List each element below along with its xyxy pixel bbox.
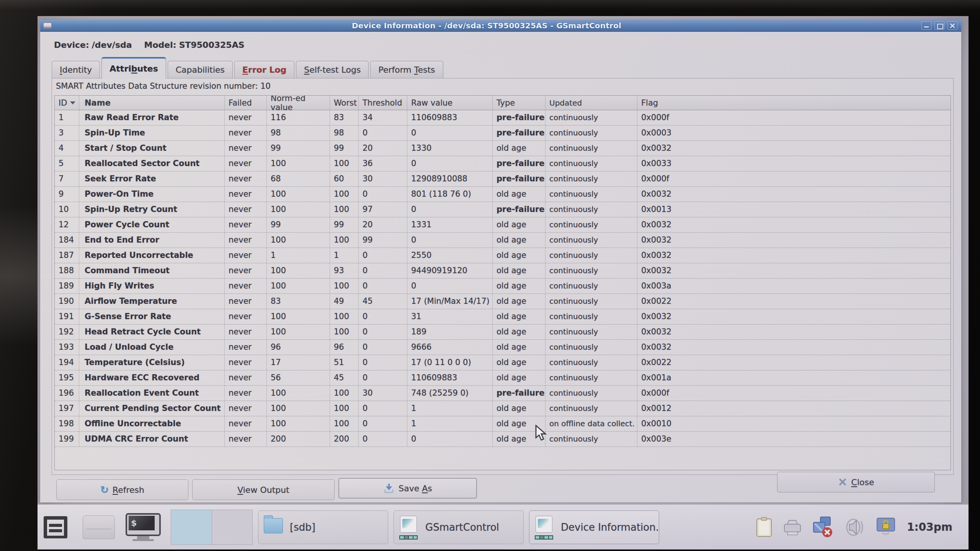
table-row[interactable]: 193Load / Unload Cyclenever969609666old … xyxy=(55,340,951,355)
window-controls xyxy=(921,21,957,30)
column-header-updated[interactable]: Updated xyxy=(546,96,637,110)
cell-type: old age xyxy=(493,370,546,385)
terminal-launcher[interactable]: $ xyxy=(126,513,161,541)
cell-worst: 200 xyxy=(330,432,359,447)
table-row[interactable]: 10Spin-Up Retry Countnever100100970pre-f… xyxy=(55,202,951,217)
table-row[interactable]: 191G-Sense Error Ratenever100100031old a… xyxy=(55,309,951,324)
cell-threshold: 0 xyxy=(359,401,407,416)
cell-threshold: 30 xyxy=(359,386,407,401)
cell-name: High Fly Writes xyxy=(79,279,225,293)
cell-raw: 110609883 xyxy=(407,370,493,385)
cell-id: 4 xyxy=(55,141,79,156)
table-row[interactable]: 9Power-On Timenever1001000801 (118 76 0)… xyxy=(55,187,951,202)
tab-error-log[interactable]: Error Log xyxy=(234,61,294,78)
table-row[interactable]: 4Start / Stop Countnever9999201330old ag… xyxy=(55,141,951,156)
table-row[interactable]: 197Current Pending Sector Countnever1001… xyxy=(55,401,951,416)
workspace-2[interactable] xyxy=(212,510,252,544)
workspace-1[interactable] xyxy=(171,510,212,544)
table-row[interactable]: 7Seek Error Ratenever68603012908910088pr… xyxy=(55,171,951,187)
table-row[interactable]: 192Head Retract Cycle Countnever10010001… xyxy=(55,324,951,340)
minimize-button[interactable] xyxy=(921,21,931,30)
table-row[interactable]: 187Reported Uncorrectablenever1102550old… xyxy=(55,248,951,263)
tab-perform-tests[interactable]: Perform Tests xyxy=(370,61,443,78)
cell-flag: 0x0032 xyxy=(637,340,951,355)
network-offline-icon[interactable] xyxy=(812,516,835,538)
cell-normed: 200 xyxy=(267,432,330,447)
cell-updated: continuously xyxy=(546,217,637,232)
cell-normed: 68 xyxy=(267,171,330,186)
task-button-device-information[interactable]: Device Information... xyxy=(529,510,659,544)
column-header-name[interactable]: Name xyxy=(79,96,225,110)
task-button-sdb[interactable]: [sdb] xyxy=(258,510,388,544)
cell-flag: 0x0032 xyxy=(637,217,951,232)
cell-id: 198 xyxy=(55,416,79,431)
hard-drive-icon[interactable] xyxy=(83,515,115,539)
cell-threshold: 99 xyxy=(359,233,407,248)
tab-capabilities[interactable]: Capabilities xyxy=(168,61,233,78)
cell-normed: 100 xyxy=(267,233,330,248)
clipboard-icon[interactable] xyxy=(755,517,773,538)
cell-threshold: 0 xyxy=(359,432,407,447)
column-header-raw-value[interactable]: Raw value xyxy=(407,96,493,110)
cell-type: old age xyxy=(493,279,546,293)
tab-attributes[interactable]: Attributes xyxy=(101,57,166,78)
tab-self-test-logs[interactable]: Self-test Logs xyxy=(296,61,369,78)
column-header-id[interactable]: ID xyxy=(55,96,79,110)
task-button-gsmartcontrol[interactable]: GSmartControl xyxy=(394,510,524,544)
table-row[interactable]: 194Temperature (Celsius)never1751017 (0 … xyxy=(55,355,951,370)
cell-id: 10 xyxy=(55,202,79,217)
cell-threshold: 97 xyxy=(359,202,407,217)
cell-normed: 99 xyxy=(267,217,330,232)
printer-icon[interactable] xyxy=(782,518,803,536)
cell-id: 195 xyxy=(55,370,79,385)
table-row[interactable]: 1Raw Read Error Ratenever116833411060988… xyxy=(55,110,951,126)
cell-flag: 0x0032 xyxy=(637,324,951,339)
table-row[interactable]: 195Hardware ECC Recoverednever5645011060… xyxy=(55,370,951,386)
table-row[interactable]: 184End to End Errornever100100990old age… xyxy=(55,233,951,248)
model-value: ST9500325AS xyxy=(179,40,245,50)
cell-flag: 0x0032 xyxy=(637,141,951,156)
cell-type: pre-failure xyxy=(493,171,546,186)
table-row[interactable]: 188Command Timeoutnever10093094490919120… xyxy=(55,263,951,279)
cell-id: 196 xyxy=(55,386,79,401)
table-row[interactable]: 196Reallocation Event Countnever10010030… xyxy=(55,386,951,401)
tab-identity[interactable]: Identity xyxy=(52,61,100,78)
table-row[interactable]: 5Reallocated Sector Countnever100100360p… xyxy=(55,156,951,171)
cell-worst: 100 xyxy=(330,309,359,324)
titlebar[interactable]: Device Information - /dev/sda: ST9500325… xyxy=(40,20,961,32)
table-row[interactable]: 190Airflow Temperaturenever83494517 (Min… xyxy=(55,294,951,309)
table-row[interactable]: 12Power Cycle Countnever9999201331old ag… xyxy=(55,217,951,233)
device-label: Device: xyxy=(54,40,89,50)
cell-type: old age xyxy=(493,324,546,339)
menu-icon xyxy=(44,516,67,538)
save-as-button[interactable]: Save As xyxy=(338,478,477,499)
column-header-flag[interactable]: Flag xyxy=(637,96,951,110)
table-row[interactable]: 199UDMA CRC Error Countnever20020000old … xyxy=(55,432,951,447)
table-row[interactable]: 3Spin-Up Timenever989800pre-failureconti… xyxy=(55,126,951,141)
view-output-button[interactable]: View Output xyxy=(192,479,335,500)
cell-threshold: 34 xyxy=(359,110,407,125)
maximize-button[interactable] xyxy=(934,21,944,30)
refresh-button[interactable]: ↻ Refresh xyxy=(56,479,188,500)
close-button[interactable]: ✕ Close xyxy=(777,472,935,492)
cell-flag: 0x003a xyxy=(637,279,951,293)
cell-failed: never xyxy=(225,432,267,447)
table-row[interactable]: 198Offline Uncorrectablenever10010001old… xyxy=(55,416,951,432)
cell-flag: 0x0013 xyxy=(637,202,951,217)
column-header-failed[interactable]: Failed xyxy=(225,96,267,110)
screen-lock-icon[interactable] xyxy=(875,517,897,538)
cell-id: 191 xyxy=(55,309,79,324)
cell-type: old age xyxy=(493,432,546,447)
window-title: Device Information - /dev/sda: ST9500325… xyxy=(52,21,921,30)
cell-flag: 0x0022 xyxy=(637,355,951,370)
volume-icon[interactable] xyxy=(844,517,866,537)
menu-button[interactable] xyxy=(43,515,68,539)
table-row[interactable]: 189High Fly Writesnever10010000old ageco… xyxy=(55,279,951,294)
cell-flag: 0x0010 xyxy=(637,416,951,431)
column-header-type[interactable]: Type xyxy=(493,96,546,110)
column-header-threshold[interactable]: Threshold xyxy=(359,96,407,110)
column-header-worst[interactable]: Worst xyxy=(330,96,359,110)
cell-raw: 17 (Min/Max 14/17) xyxy=(407,294,493,309)
column-header-normed-value[interactable]: Norm-ed value xyxy=(267,96,330,110)
close-window-button[interactable] xyxy=(947,21,957,30)
